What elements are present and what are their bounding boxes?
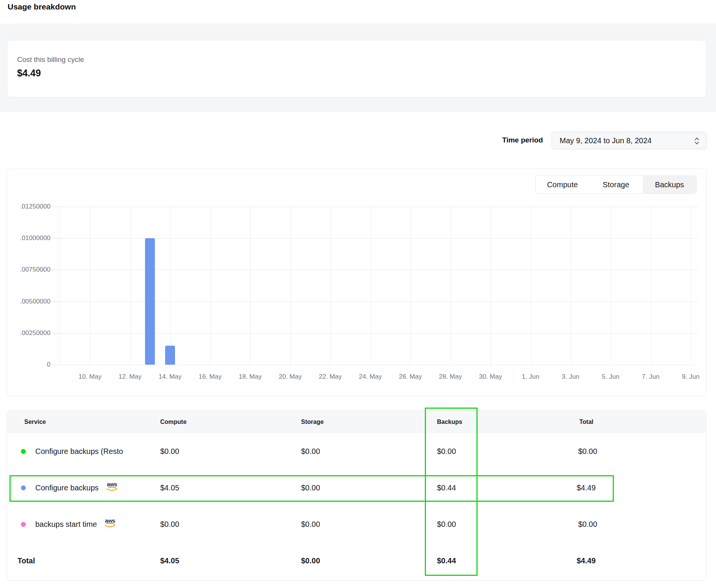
total-backups: $0.44	[437, 542, 456, 579]
y-tick-label: .00750000	[9, 266, 50, 273]
chart-metric-tabs: Compute Storage Backups	[535, 175, 697, 194]
aws-logo-icon: aws	[105, 481, 119, 495]
x-gridline	[290, 207, 291, 365]
x-gridline	[90, 207, 90, 365]
x-gridline	[250, 207, 251, 365]
tab-compute[interactable]: Compute	[536, 176, 589, 193]
x-gridline	[490, 207, 491, 365]
bar-14-may[interactable]	[165, 346, 175, 365]
total-value: $0.00	[578, 433, 597, 469]
col-header-total: Total	[579, 411, 593, 433]
y-tick	[52, 207, 60, 207]
table-row: Configure backups aws $4.05 $0.00 $0.44 …	[7, 469, 706, 506]
y-tick	[52, 270, 60, 270]
time-period-label: Time period	[490, 136, 543, 144]
col-header-compute: Compute	[160, 411, 186, 433]
cost-card	[7, 40, 707, 97]
compute-value: $4.05	[160, 469, 179, 506]
backups-value: $0.00	[437, 506, 456, 542]
bar-13-may[interactable]	[145, 238, 155, 365]
total-value: $0.00	[578, 506, 597, 542]
x-gridline	[130, 207, 131, 365]
x-tick-label: 14. May	[150, 373, 190, 381]
storage-value: $0.00	[301, 506, 320, 542]
x-gridline	[330, 207, 331, 365]
svg-text:aws: aws	[107, 481, 117, 487]
service-name: Configure backups	[35, 484, 99, 492]
x-tick-label: 16. May	[190, 373, 230, 381]
x-gridline	[571, 207, 571, 365]
x-gridline	[410, 207, 411, 365]
y-tick	[52, 365, 60, 365]
storage-value: $0.00	[301, 433, 320, 469]
col-header-service: Service	[24, 411, 46, 433]
total-row-label: Total	[17, 542, 35, 579]
usage-chart-card	[7, 169, 707, 396]
total-value: $4.49	[577, 469, 596, 506]
y-gridline	[60, 333, 699, 334]
total-storage: $0.00	[301, 542, 320, 579]
backups-value: $0.44	[437, 469, 456, 506]
series-dot	[21, 485, 26, 490]
aws-logo-icon: aws	[103, 518, 117, 531]
series-dot	[21, 522, 26, 527]
y-gridline	[60, 270, 699, 270]
x-tick-label: 30. May	[470, 373, 511, 381]
col-header-storage: Storage	[301, 411, 324, 433]
x-gridline	[170, 207, 170, 365]
x-gridline	[611, 207, 611, 365]
total-total: $4.49	[577, 542, 596, 579]
y-tick-label: .01000000	[9, 234, 50, 242]
y-tick-label: .00500000	[9, 298, 50, 305]
x-tick-label: 7. Jun	[631, 373, 671, 381]
x-tick-label: 26. May	[390, 373, 431, 381]
y-tick-label: 0	[9, 361, 50, 368]
backups-value: $0.00	[437, 433, 456, 469]
service-name: Configure backups (Resto	[35, 433, 130, 469]
compute-value: $0.00	[160, 433, 179, 469]
time-period-select[interactable]: May 9, 2024 to Jun 8, 2024	[552, 132, 707, 149]
x-tick-label: 9. Jun	[671, 373, 711, 381]
x-tick-label: 10. May	[70, 373, 110, 381]
table-row: Configure backups (Resto $0.00 $0.00 $0.…	[7, 433, 706, 469]
select-updown-icon	[694, 136, 700, 147]
x-gridline	[451, 207, 451, 365]
time-period-value: May 9, 2024 to Jun 8, 2024	[560, 136, 651, 145]
y-tick	[52, 302, 60, 302]
storage-value: $0.00	[301, 469, 320, 506]
y-gridline	[60, 302, 699, 302]
x-tick-label: 24. May	[350, 373, 391, 381]
y-tick-label: .00250000	[9, 329, 50, 337]
cost-cycle-value: $4.49	[17, 68, 41, 79]
svg-text:aws: aws	[105, 518, 115, 524]
tab-storage[interactable]: Storage	[589, 176, 643, 193]
table-row: backups start time aws $0.00 $0.00 $0.00…	[7, 506, 706, 542]
x-gridline	[371, 207, 371, 365]
table-total-row: Total $4.05 $0.00 $0.44 $4.49	[7, 542, 706, 581]
x-tick-label: 5. Jun	[591, 373, 631, 381]
y-tick-label: .01250000	[9, 203, 50, 210]
y-gridline	[60, 365, 699, 365]
page-title: Usage breakdown	[8, 2, 76, 11]
x-tick-label: 18. May	[230, 373, 270, 381]
usage-table-card: Service Compute Storage Backups Total Co…	[7, 411, 707, 581]
x-tick-label: 28. May	[431, 373, 471, 381]
x-gridline	[651, 207, 651, 365]
x-tick-label: 20. May	[270, 373, 311, 381]
cost-cycle-label: Cost this billing cycle	[17, 55, 84, 64]
x-gridline	[691, 207, 691, 365]
usage-breakdown-page: Usage breakdown Cost this billing cycle …	[0, 0, 716, 588]
x-tick-label: 1. Jun	[511, 373, 551, 381]
y-tick	[52, 333, 60, 334]
series-dot	[21, 449, 26, 454]
x-gridline	[531, 207, 531, 365]
tab-backups[interactable]: Backups	[643, 176, 696, 193]
y-tick	[52, 238, 60, 239]
total-compute: $4.05	[160, 542, 179, 579]
x-tick-label: 12. May	[110, 373, 150, 381]
x-tick-label: 22. May	[310, 373, 350, 381]
y-gridline	[60, 207, 699, 207]
y-axis-line	[60, 207, 60, 365]
table-header-row: Service Compute Storage Backups Total	[7, 411, 706, 433]
service-name: backups start time	[35, 520, 97, 529]
